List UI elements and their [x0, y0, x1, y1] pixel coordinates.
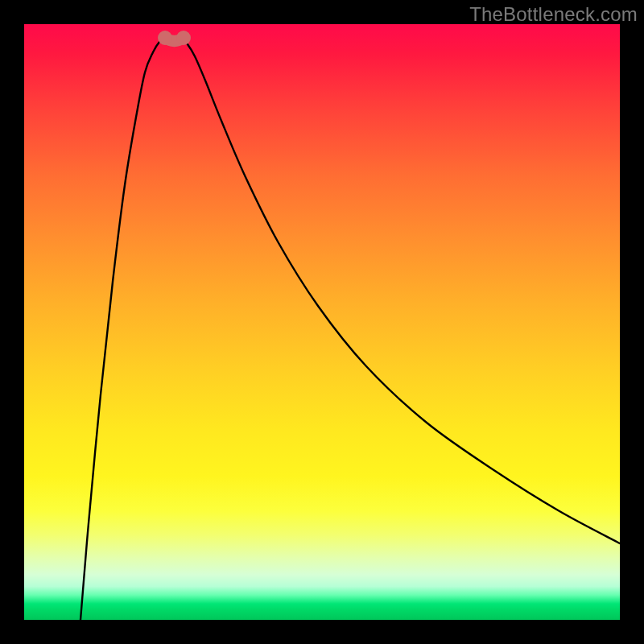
curve-right-branch	[181, 38, 620, 543]
marker-valley-left	[158, 31, 172, 45]
plot-area	[24, 24, 620, 620]
marker-valley-right	[176, 31, 191, 45]
bottleneck-curve	[24, 24, 620, 620]
curve-left-branch	[80, 38, 165, 620]
watermark-text: TheBottleneck.com	[469, 3, 638, 26]
chart-frame: TheBottleneck.com	[0, 0, 644, 644]
